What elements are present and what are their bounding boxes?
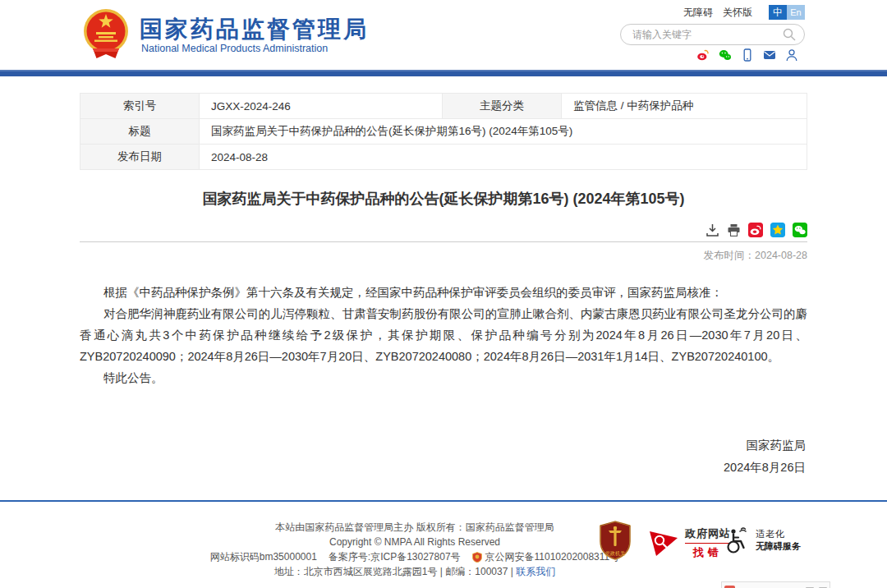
- accessibility-link[interactable]: 无障碍: [683, 6, 713, 20]
- article-toolbar: [80, 223, 807, 242]
- table-row: 索引号 JGXX-2024-246 主题分类 监管信息 / 中药保护品种: [80, 94, 807, 119]
- weibo-icon[interactable]: [696, 48, 710, 62]
- signature-block: 国家药监局 2024年8月26日: [80, 434, 807, 479]
- article-body: 根据《中药品种保护条例》第十六条及有关规定，经国家中药品种保护审评委员会组织的委…: [80, 282, 807, 388]
- care-version-link[interactable]: 关怀版: [723, 6, 752, 20]
- lang-en-button[interactable]: En: [787, 5, 805, 20]
- category-value: 监管信息 / 中药保护品种: [562, 94, 807, 119]
- title-value: 国家药监局关于中药保护品种的公告(延长保护期第16号) (2024年第105号): [200, 119, 807, 145]
- footer-blue-line: [0, 500, 887, 502]
- mobile-icon[interactable]: [741, 48, 754, 62]
- index-label: 索引号: [80, 94, 200, 119]
- footer-copyright-line: Copyright © NMPA All Rights Reserved: [177, 535, 653, 549]
- site-id: 网站标识码bm35000001: [210, 549, 317, 564]
- national-emblem-logo: [82, 7, 130, 62]
- signature-agency: 国家药监局: [80, 434, 806, 457]
- date-value: 2024-08-28: [200, 145, 807, 170]
- search-box: [620, 24, 805, 45]
- publish-time: 发布时间：2024-08-28: [80, 249, 807, 263]
- search-input[interactable]: [632, 29, 783, 40]
- address-text: 地址：北京市西城区展览路北露园1号 | 邮编：100037 |: [274, 566, 513, 577]
- public-security-badge-icon: [472, 552, 482, 563]
- footer-registration-line: 网站标识码bm35000001 备案序号:京ICP备13027807号 京公网安…: [210, 549, 619, 564]
- language-toggle: 中 En: [769, 5, 805, 20]
- site-subtitle-en: National Medical Products Administration: [141, 43, 328, 54]
- page: 国家药品监督管理局 National Medical Products Admi…: [0, 0, 887, 588]
- accessibility-line1: 适老化: [756, 528, 801, 540]
- paragraph: 特此公告。: [80, 367, 807, 388]
- table-row: 发布日期 2024-08-28: [80, 145, 807, 170]
- icp-number: 备案序号:京ICP备13027807号: [329, 549, 461, 564]
- social-icon-row: [696, 48, 798, 62]
- paragraph: 对合肥华润神鹿药业有限公司的儿泻停颗粒、甘肃普安制药股份有限公司的宣肺止嗽合剂、…: [80, 303, 807, 367]
- date-label: 发布日期: [80, 145, 200, 170]
- lang-zh-button[interactable]: 中: [769, 5, 787, 20]
- publish-time-label: 发布时间：: [704, 250, 756, 261]
- footer-host-line: 本站由国家药品监督管理局主办 版权所有：国家药品监督管理局: [177, 520, 653, 535]
- error-report-line2: 找错: [693, 545, 723, 560]
- accessibility-service-text: 适老化 无障碍服务: [756, 528, 801, 553]
- accessibility-service-badge[interactable]: 适老化 无障碍服务: [723, 526, 801, 554]
- floating-widget-cutoff[interactable]: [721, 581, 830, 588]
- email-icon[interactable]: [763, 48, 776, 62]
- top-utility-links: 无障碍 关怀版 中 En: [683, 5, 805, 20]
- website-error-report-badge[interactable]: 政府网站 找错: [648, 526, 731, 560]
- download-icon[interactable]: [705, 223, 719, 237]
- print-icon[interactable]: [727, 223, 741, 237]
- category-label: 主题分类: [443, 94, 562, 119]
- footer-address-line: 地址：北京市西城区展览路北露园1号 | 邮编：100037 | 联系我们: [177, 564, 653, 579]
- wechat-icon[interactable]: [719, 48, 732, 62]
- government-shield-badge[interactable]: 党政机关: [599, 521, 632, 560]
- article-title: 国家药监局关于中药保护品种的公告(延长保护期第16号) (2024年第105号): [80, 189, 807, 209]
- share-weibo-icon[interactable]: [748, 223, 763, 237]
- site-title: 国家药品监督管理局: [140, 14, 369, 45]
- header-blue-bar: [0, 70, 887, 76]
- contact-us-link[interactable]: 联系我们: [516, 566, 555, 577]
- search-icon[interactable]: [783, 28, 796, 41]
- user-icon[interactable]: [785, 48, 798, 62]
- psb-segment: 京公网安备11010202008311号: [472, 549, 620, 564]
- document-info-table: 索引号 JGXX-2024-246 主题分类 监管信息 / 中药保护品种 标题 …: [80, 93, 807, 170]
- accessibility-line2: 无障碍服务: [756, 540, 801, 553]
- signature-date: 2024年8月26日: [80, 457, 806, 479]
- article-container: 索引号 JGXX-2024-246 主题分类 监管信息 / 中药保护品种 标题 …: [80, 93, 807, 479]
- publish-time-value: 2024-08-28: [755, 250, 807, 261]
- footer-info: 本站由国家药品监督管理局主办 版权所有：国家药品监督管理局 Copyright …: [177, 520, 653, 579]
- paragraph: 根据《中药品种保护条例》第十六条及有关规定，经国家中药品种保护审评委员会组织的委…: [80, 282, 807, 303]
- share-qzone-icon[interactable]: [770, 223, 785, 237]
- site-header: 国家药品监督管理局 National Medical Products Admi…: [0, 0, 887, 71]
- index-value: JGXX-2024-246: [200, 94, 443, 119]
- error-report-magnifier-icon: [648, 530, 679, 558]
- table-row: 标题 国家药监局关于中药保护品种的公告(延长保护期第16号) (2024年第10…: [80, 119, 807, 145]
- svg-text:党政机关: 党政机关: [605, 550, 626, 557]
- share-wechat-icon[interactable]: [793, 223, 807, 237]
- wheelchair-icon: [723, 526, 751, 554]
- title-label: 标题: [80, 119, 200, 145]
